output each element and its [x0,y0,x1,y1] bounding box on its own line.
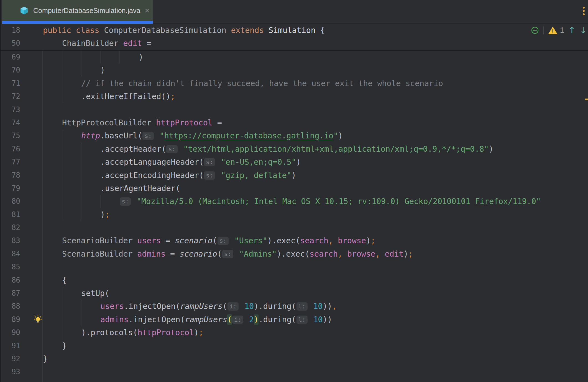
code-token: ScenarioBuilder [62,236,132,245]
indent-guide [62,313,62,326]
code-line[interactable]: 84ScenarioBuilder admins = scenario(s: "… [0,247,588,260]
code-line[interactable]: 87setUp( [0,287,588,300]
line-number[interactable]: 84 [0,247,20,260]
next-problem-arrow-icon[interactable]: ↓ [580,26,587,35]
code-token: = [213,118,222,127]
code-line[interactable]: 74HttpProtocolBuilder httpProtocol = [0,116,588,129]
line-number[interactable]: 78 [0,169,20,182]
line-number[interactable]: 91 [0,339,20,352]
line-number[interactable]: 72 [0,90,20,103]
code-token: "gzip, deflate" [221,171,291,180]
more-options-kebab-icon[interactable] [583,7,585,15]
code-text: .acceptLanguageHeader(s: "en-US,en;q=0.5… [100,156,301,169]
code-line[interactable]: 82 [0,221,588,234]
warnings-badge[interactable]: 1 [548,26,564,35]
indent-guide [81,208,81,221]
code-token: edit [123,39,142,48]
code-line[interactable]: 79.userAgentHeader( [0,182,588,195]
code-line[interactable]: 78.acceptEncodingHeader(s: "gzip, deflat… [0,169,588,182]
previous-problem-arrow-icon[interactable]: ↑ [568,26,576,35]
code-token: = [165,249,180,259]
line-number[interactable]: 71 [0,77,20,90]
line-number[interactable]: 90 [0,326,20,339]
close-icon[interactable]: × [145,6,150,15]
code-token: httpProtocol [138,328,194,337]
code-token: "Users" [234,236,267,245]
line-number[interactable]: 50 [0,37,20,50]
code-line[interactable]: 80s: "Mozilla/5.0 (Macintosh; Intel Mac … [0,195,588,208]
code-token: setUp( [81,289,109,298]
code-line[interactable]: 92} [0,352,588,365]
code-line[interactable]: 89admins.injectOpen(rampUsers(i: 2).duri… [0,313,588,326]
code-line[interactable]: 77.acceptLanguageHeader(s: "en-US,en;q=0… [0,156,588,169]
line-number[interactable]: 88 [0,300,20,313]
quickfix-lightbulb-icon[interactable] [33,315,43,324]
line-number[interactable]: 92 [0,352,20,365]
inlay-hint: s: [204,171,215,180]
line-number[interactable]: 76 [0,143,20,156]
code-token: .during( [259,315,296,324]
line-number[interactable]: 93 [0,365,20,378]
code-line[interactable]: 83ScenarioBuilder users = scenario(s: "U… [0,234,588,247]
code-token [333,236,338,245]
code-line[interactable]: 93 [0,365,588,378]
line-number[interactable]: 18 [0,24,20,37]
line-number[interactable]: 89 [0,313,20,326]
code-token: " [160,131,164,140]
code-line[interactable]: 90).protocols(httpProtocol); [0,326,588,339]
code-line[interactable]: 86{ [0,274,588,287]
line-number[interactable]: 70 [0,64,20,77]
code-token: ) [100,210,105,219]
indent-guide [81,313,81,326]
line-number[interactable]: 82 [0,221,20,234]
code-token [244,315,249,324]
code-token [342,249,347,259]
code-line[interactable]: 18public class ComputerDatabaseSimulatio… [0,24,588,37]
code-line[interactable]: 71// if the chain didn't finally succeed… [0,77,588,90]
code-line[interactable]: 70) [0,64,588,77]
code-line[interactable]: 73 [0,103,588,116]
line-number[interactable]: 77 [0,156,20,169]
code-line[interactable]: 72.exitHereIfFailed(); [0,90,588,103]
code-line[interactable]: 50ChainBuilder edit = [0,37,588,50]
indent-guide [100,51,101,64]
code-text: ScenarioBuilder users = scenario(s: "Use… [62,234,375,247]
code-line[interactable]: 75http.baseUrl(s: "https://computer-data… [0,129,588,142]
line-number[interactable]: 81 [0,208,20,221]
code-token: ; [371,236,375,245]
indent-guide [81,143,81,156]
inspections-ok-icon[interactable] [531,26,539,35]
line-number[interactable]: 80 [0,195,20,208]
line-number[interactable]: 73 [0,103,20,116]
code-token: } [43,354,48,363]
code-token: )) [323,302,332,311]
code-line[interactable]: 88users.injectOpen(rampUsers(i: 10).duri… [0,300,588,313]
code-token: ( [213,236,217,245]
code-line[interactable]: 91} [0,339,588,352]
editor-tab-computerdatabasesimulation[interactable]: ComputerDatabaseSimulation.java × [2,0,153,24]
code-text: ); [100,208,110,221]
line-number[interactable]: 86 [0,274,20,287]
indent-guide [81,169,81,182]
line-number[interactable]: 79 [0,182,20,195]
line-number[interactable]: 83 [0,234,20,247]
code-text: { [62,274,67,287]
indent-guide [62,51,62,64]
code-line[interactable]: 76.acceptHeader(s: "text/html,applicatio… [0,143,588,156]
line-number[interactable]: 85 [0,260,20,273]
code-token: search [300,236,328,245]
code-token: .injectOpen( [124,302,180,311]
error-stripe-warning-mark[interactable] [585,99,588,100]
code-token: ( [223,302,227,311]
code-text: users.injectOpen(rampUsers(i: 10).during… [100,300,337,313]
code-line[interactable]: 81); [0,208,588,221]
code-token [151,118,156,127]
line-number[interactable]: 87 [0,287,20,300]
line-number[interactable]: 75 [0,129,20,142]
tab-title: ComputerDatabaseSimulation.java [33,7,140,15]
line-number[interactable]: 69 [0,51,20,64]
code-area[interactable]: 69)70)71// if the chain didn't finally s… [0,51,588,379]
code-line[interactable]: 69) [0,51,588,64]
line-number[interactable]: 74 [0,116,20,129]
code-line[interactable]: 85 [0,260,588,273]
